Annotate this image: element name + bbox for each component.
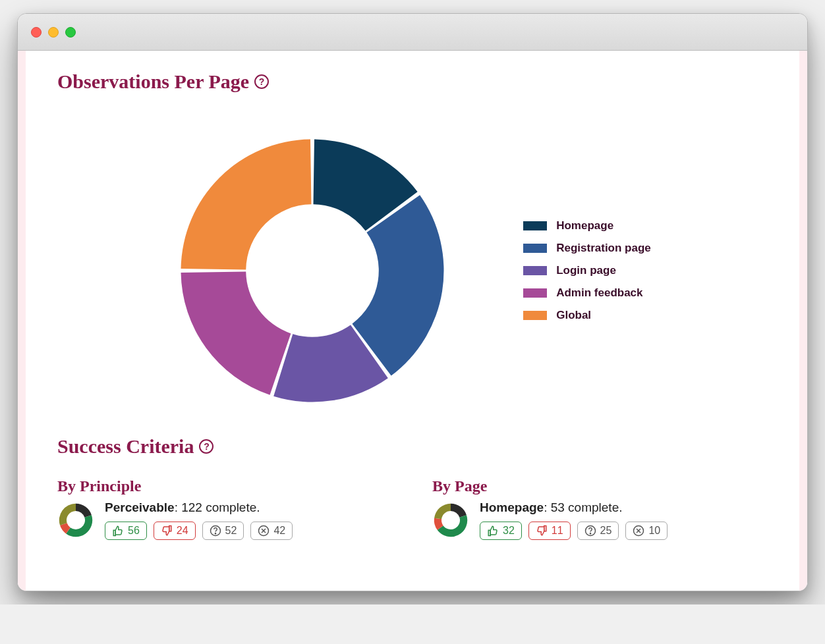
window-close-icon[interactable] bbox=[31, 27, 42, 38]
pass-pill[interactable]: 56 bbox=[105, 522, 147, 540]
legend-item[interactable]: Login page bbox=[523, 264, 651, 277]
legend-swatch bbox=[523, 288, 547, 298]
na-count: 10 bbox=[648, 525, 660, 537]
observations-chart: HomepageRegistration pageLogin pageAdmin… bbox=[57, 99, 768, 435]
chart-legend: HomepageRegistration pageLogin pageAdmin… bbox=[523, 219, 651, 322]
window-zoom-icon[interactable] bbox=[65, 27, 76, 38]
page-summary: Homepage: 53 complete. 32 11 bbox=[432, 500, 768, 540]
help-icon[interactable]: ? bbox=[199, 439, 213, 454]
page-stat-pills: 32 11 25 10 bbox=[480, 522, 668, 540]
by-principle-title: By Principle bbox=[57, 477, 393, 495]
fail-count: 24 bbox=[177, 525, 188, 537]
help-icon[interactable]: ? bbox=[254, 74, 269, 89]
review-pill[interactable]: 52 bbox=[202, 522, 244, 540]
thumbs-up-icon bbox=[112, 525, 124, 537]
question-circle-icon bbox=[584, 525, 596, 537]
legend-item[interactable]: Registration page bbox=[523, 242, 651, 255]
success-criteria-title: Success Criteria ? bbox=[57, 435, 768, 458]
by-page-title: By Page bbox=[432, 477, 768, 495]
na-count: 42 bbox=[273, 525, 285, 537]
legend-item[interactable]: Homepage bbox=[523, 219, 651, 232]
fail-pill[interactable]: 24 bbox=[154, 522, 196, 540]
legend-swatch bbox=[523, 266, 547, 275]
legend-label: Login page bbox=[556, 264, 616, 277]
criteria-row: By Principle Perceivable: 122 complete. … bbox=[57, 464, 768, 540]
observations-title: Observations Per Page ? bbox=[57, 70, 768, 93]
page-content: Observations Per Page ? HomepageRegistra… bbox=[18, 51, 807, 591]
principle-summary-text: Perceivable: 122 complete. bbox=[105, 500, 293, 515]
fail-count: 11 bbox=[552, 525, 563, 537]
page-summary-stack: Homepage: 53 complete. 32 11 bbox=[480, 500, 668, 540]
donut-chart bbox=[174, 132, 451, 409]
mini-donut-icon bbox=[432, 502, 469, 539]
by-principle-column: By Principle Perceivable: 122 complete. … bbox=[57, 464, 393, 540]
thumbs-down-icon bbox=[536, 525, 548, 537]
svg-point-4 bbox=[590, 533, 590, 534]
legend-label: Admin feedback bbox=[556, 286, 642, 300]
page-complete: : 53 complete. bbox=[544, 500, 622, 514]
pass-pill[interactable]: 32 bbox=[480, 522, 522, 540]
na-pill[interactable]: 10 bbox=[625, 522, 668, 540]
svg-point-1 bbox=[215, 533, 215, 534]
legend-swatch bbox=[523, 221, 547, 230]
na-pill[interactable]: 42 bbox=[250, 522, 293, 540]
question-circle-icon bbox=[210, 525, 221, 537]
observations-title-text: Observations Per Page bbox=[57, 70, 249, 93]
by-page-column: By Page Homepage: 53 complete. 32 bbox=[432, 464, 768, 540]
window-minimize-icon[interactable] bbox=[48, 27, 59, 38]
window-titlebar bbox=[18, 14, 807, 51]
fail-pill[interactable]: 11 bbox=[528, 522, 571, 540]
page-summary-text: Homepage: 53 complete. bbox=[480, 500, 668, 515]
donut-slice[interactable] bbox=[181, 140, 312, 270]
legend-item[interactable]: Global bbox=[523, 309, 651, 322]
page-name: Homepage bbox=[480, 500, 544, 514]
thumbs-down-icon bbox=[161, 525, 173, 537]
legend-swatch bbox=[523, 311, 547, 320]
pass-count: 32 bbox=[503, 525, 515, 537]
principle-stat-pills: 56 24 52 42 bbox=[105, 522, 293, 540]
review-count: 25 bbox=[600, 525, 612, 537]
browser-window: Observations Per Page ? HomepageRegistra… bbox=[17, 13, 808, 591]
review-pill[interactable]: 25 bbox=[577, 522, 619, 540]
donut-slice[interactable] bbox=[181, 272, 291, 395]
review-count: 52 bbox=[225, 525, 237, 537]
pass-count: 56 bbox=[128, 525, 140, 537]
legend-label: Global bbox=[556, 309, 591, 322]
x-circle-icon bbox=[258, 525, 270, 537]
mini-donut-icon bbox=[57, 502, 94, 539]
legend-label: Homepage bbox=[556, 219, 613, 232]
principle-summary: Perceivable: 122 complete. 56 24 bbox=[57, 500, 393, 540]
x-circle-icon bbox=[633, 525, 644, 537]
legend-swatch bbox=[523, 244, 547, 253]
legend-label: Registration page bbox=[556, 242, 651, 255]
principle-name: Perceivable bbox=[105, 500, 175, 514]
principle-complete: : 122 complete. bbox=[175, 500, 260, 514]
legend-item[interactable]: Admin feedback bbox=[523, 286, 651, 300]
success-criteria-title-text: Success Criteria bbox=[57, 435, 194, 458]
thumbs-up-icon bbox=[487, 525, 499, 537]
principle-summary-stack: Perceivable: 122 complete. 56 24 bbox=[105, 500, 293, 540]
